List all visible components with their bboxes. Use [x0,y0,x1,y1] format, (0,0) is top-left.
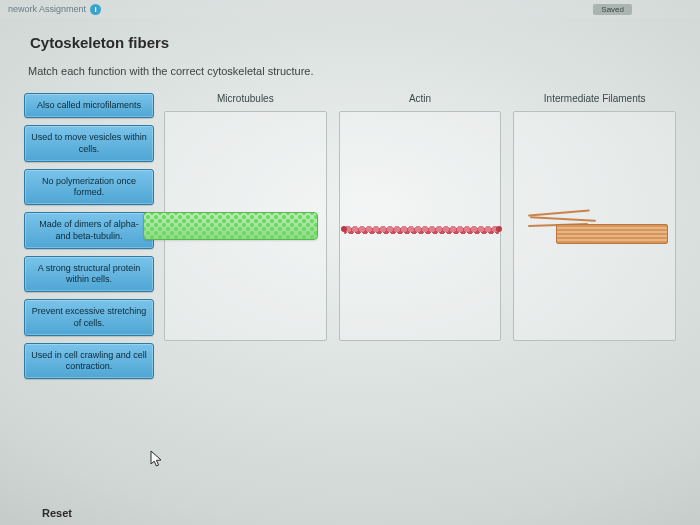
draggable-chip[interactable]: A strong structural protein within cells… [24,256,154,293]
drop-zone-intermediate[interactable] [513,111,676,341]
instruction-text: Match each function with the correct cyt… [28,65,676,77]
draggable-chip[interactable]: Used in cell crawling and cell contracti… [24,343,154,380]
drop-zone-actin[interactable] [339,111,502,341]
drop-label: Actin [409,93,431,105]
draggable-chip[interactable]: Also called microfilaments [24,93,154,118]
saved-badge: Saved [593,4,632,15]
drop-column-intermediate: Intermediate Filaments [513,93,676,341]
draggable-chip[interactable]: No polymerization once formed. [24,169,154,206]
info-icon[interactable]: i [90,4,101,15]
draggable-chip[interactable]: Made of dimers of alpha- and beta-tubuli… [24,212,154,249]
actin-illustration [344,224,499,235]
drop-columns: Microtubules Actin Intermediate Filament… [164,93,676,341]
drop-label: Microtubules [217,93,274,105]
microtubule-illustration [143,212,318,240]
draggable-column: Also called microfilaments Used to move … [24,93,154,379]
draggable-chip[interactable]: Prevent excessive stretching of cells. [24,299,154,336]
drop-label: Intermediate Filaments [544,93,646,105]
drop-column-actin: Actin [339,93,502,341]
breadcrumb: nework Assignment [8,4,86,14]
cursor-icon [150,450,164,472]
work-area: Also called microfilaments Used to move … [24,93,676,379]
intermediate-illustration [528,210,668,250]
drop-column-microtubules: Microtubules [164,93,327,341]
draggable-chip[interactable]: Used to move vesicles within cells. [24,125,154,162]
page: Cytoskeleton fibers Match each function … [0,18,700,379]
top-bar: nework Assignment i Saved [0,0,700,18]
page-title: Cytoskeleton fibers [30,34,676,51]
drop-zone-microtubules[interactable] [164,111,327,341]
reset-button[interactable]: Reset [42,507,72,519]
